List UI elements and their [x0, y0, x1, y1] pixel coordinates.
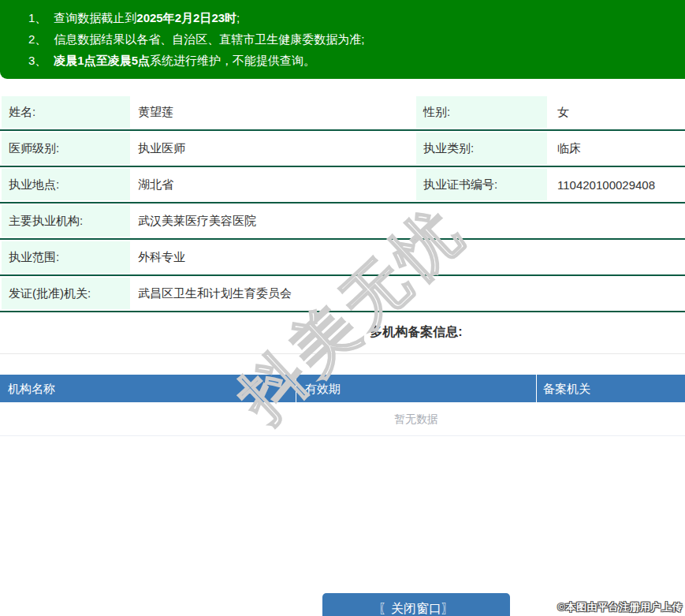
- field-value-doctor-level: 执业医师: [130, 131, 416, 166]
- table-row: 姓名: 黄望莲 性别: 女: [0, 95, 685, 131]
- table-row: 主要执业机构: 武汉美莱医疗美容医院: [0, 203, 685, 240]
- notice-banner: 1、 查询数据截止到 2025年2月2日23时 ; 2、 信息数据结果以各省、自…: [0, 0, 685, 79]
- field-label-practice-category: 执业类别:: [416, 133, 547, 164]
- field-label-practice-location: 执业地点:: [2, 169, 130, 200]
- spacer: [0, 436, 685, 593]
- notice-text: 查询数据截止到: [54, 7, 136, 28]
- field-value-practice-category: 临床: [547, 131, 685, 166]
- field-label-issuing-authority: 发证(批准)机关:: [2, 278, 130, 309]
- field-label-certificate-number: 执业证书编号:: [416, 169, 547, 200]
- table-row: 发证(批准)机关: 武昌区卫生和计划生育委员会: [0, 276, 685, 312]
- notice-text: 系统进行维护，不能提供查询。: [150, 50, 315, 71]
- empty-data-message: 暂无数据: [0, 402, 685, 436]
- field-value-practice-location: 湖北省: [130, 167, 416, 202]
- multi-institution-section-title: 多机构备案信息:: [0, 312, 685, 354]
- field-label-main-institution: 主要执业机构:: [2, 205, 130, 237]
- field-value-practice-scope: 外科专业: [130, 240, 685, 274]
- notice-line-2: 2、 信息数据结果以各省、自治区、直辖市卫生健康委数据为准;: [28, 28, 685, 50]
- column-header-filing-authority: 备案机关: [536, 375, 685, 402]
- notice-text: ;: [236, 7, 240, 28]
- field-label-practice-scope: 执业范围:: [2, 241, 130, 273]
- spacer: [0, 354, 685, 375]
- table-row: 执业范围: 外科专业: [0, 240, 685, 276]
- table-row: 执业地点: 湖北省 执业证书编号: 110420100029408: [0, 167, 685, 203]
- field-label-doctor-level: 医师级别:: [2, 133, 130, 164]
- field-value-gender: 女: [547, 95, 685, 129]
- field-value-issuing-authority: 武昌区卫生和计划生育委员会: [130, 276, 685, 311]
- notice-line-3: 3、 凌晨1点至凌晨5点 系统进行维护，不能提供查询。: [28, 50, 685, 71]
- notice-number: 1、: [28, 7, 47, 28]
- notice-line-1: 1、 查询数据截止到 2025年2月2日23时 ;: [28, 7, 685, 28]
- practitioner-info-table: 姓名: 黄望莲 性别: 女 医师级别: 执业医师 执业类别: 临床 执业地点: …: [0, 95, 685, 312]
- field-value-main-institution: 武汉美莱医疗美容医院: [130, 203, 685, 238]
- close-window-button[interactable]: 〖关闭窗口〗: [322, 593, 510, 616]
- field-value-name: 黄望莲: [130, 95, 416, 129]
- page: 1、 查询数据截止到 2025年2月2日23时 ; 2、 信息数据结果以各省、自…: [0, 0, 685, 616]
- notice-text-bold: 2025年2月2日23时: [136, 7, 236, 28]
- uploader-copyright-stamp: ©本图由平台注册用户上传: [557, 600, 683, 614]
- notice-text-bold: 凌晨1点至凌晨5点: [54, 50, 150, 71]
- table-row: 医师级别: 执业医师 执业类别: 临床: [0, 131, 685, 167]
- column-header-validity-period: 有效期: [296, 375, 536, 402]
- field-label-gender: 性别:: [416, 96, 547, 128]
- column-header-institution-name: 机构名称: [0, 375, 296, 402]
- query-result-window: 1、 查询数据截止到 2025年2月2日23时 ; 2、 信息数据结果以各省、自…: [0, 0, 685, 616]
- field-label-name: 姓名:: [2, 96, 130, 128]
- notice-number: 3、: [28, 50, 47, 71]
- field-value-certificate-number: 110420100029408: [547, 167, 685, 202]
- notice-text: 信息数据结果以各省、自治区、直辖市卫生健康委数据为准;: [54, 28, 364, 50]
- filing-table-header: 机构名称 有效期 备案机关: [0, 375, 685, 402]
- notice-number: 2、: [28, 28, 47, 50]
